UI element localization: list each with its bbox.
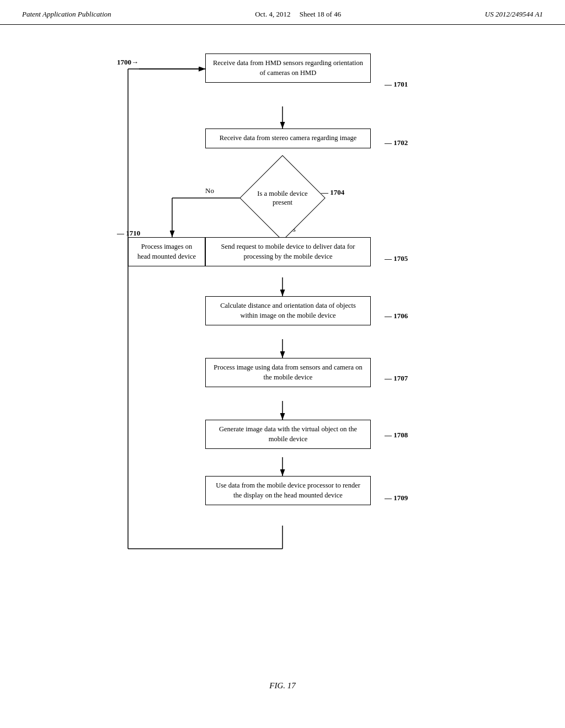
node-1706: Calculate distance and orientation data … bbox=[205, 296, 371, 325]
node-1704-diamond-container: Is a mobile devicepresent bbox=[208, 178, 357, 218]
node-1707: Process image using data from sensors an… bbox=[205, 358, 371, 387]
svg-text:— 1701: — 1701 bbox=[384, 80, 408, 88]
header-date-sheet: Oct. 4, 2012 Sheet 18 of 46 bbox=[255, 10, 341, 19]
svg-text:— 1707: — 1707 bbox=[384, 374, 408, 382]
figure-caption: FIG. 17 bbox=[22, 681, 543, 690]
svg-text:— 1710: — 1710 bbox=[116, 229, 140, 237]
svg-text:— 1702: — 1702 bbox=[384, 138, 408, 147]
header-patent-number: US 2012/249544 A1 bbox=[485, 10, 543, 19]
main-content: No Yes — 1701 — 1702 — 1704 — 1710 — 170… bbox=[0, 25, 565, 713]
svg-text:— 1705: — 1705 bbox=[384, 254, 408, 263]
node-1701: Receive data from HMD sensors regarding … bbox=[205, 53, 371, 83]
svg-text:— 1708: — 1708 bbox=[384, 431, 408, 439]
node-1702: Receive data from stereo camera regardin… bbox=[205, 129, 371, 148]
header-publication-type: Patent Application Publication bbox=[22, 10, 111, 19]
svg-text:— 1709: — 1709 bbox=[384, 494, 408, 502]
header-sheet: Sheet 18 of 46 bbox=[300, 10, 341, 18]
svg-text:— 1706: — 1706 bbox=[384, 312, 408, 320]
node-1709: Use data from the mobile device processo… bbox=[205, 476, 371, 505]
page-header: Patent Application Publication Oct. 4, 2… bbox=[0, 0, 565, 25]
node-1704-label: Is a mobile devicepresent bbox=[257, 189, 307, 207]
header-date: Oct. 4, 2012 bbox=[255, 10, 290, 18]
node-1705: Send request to mobile device to deliver… bbox=[205, 237, 371, 266]
node-1708: Generate image data with the virtual obj… bbox=[205, 420, 371, 449]
svg-text:1700→: 1700→ bbox=[117, 58, 138, 66]
node-1710: Process images on head mounted device bbox=[128, 237, 205, 266]
